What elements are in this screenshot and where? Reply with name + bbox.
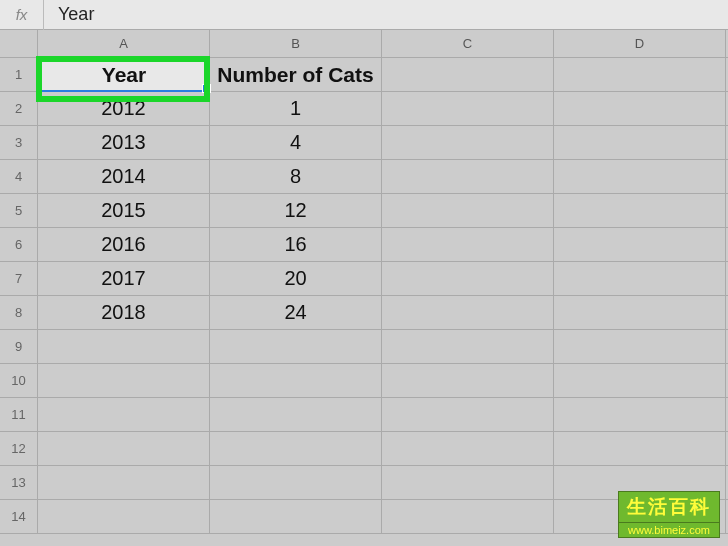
row-header-10[interactable]: 10 (0, 364, 38, 398)
cell-a13[interactable] (38, 466, 210, 500)
col-header-a[interactable]: A (38, 30, 210, 58)
cell-b5[interactable]: 12 (210, 194, 382, 228)
formula-input[interactable] (44, 4, 728, 25)
cell-b10[interactable] (210, 364, 382, 398)
cell-b12[interactable] (210, 432, 382, 466)
cell-a12[interactable] (38, 432, 210, 466)
col-header-d[interactable]: D (554, 30, 726, 58)
cell-a8[interactable]: 2018 (38, 296, 210, 330)
row-header-9[interactable]: 9 (0, 330, 38, 364)
cell-c11[interactable] (382, 398, 554, 432)
cell-a3[interactable]: 2013 (38, 126, 210, 160)
cell-b7[interactable]: 20 (210, 262, 382, 296)
cell-d11[interactable] (554, 398, 726, 432)
row-header-14[interactable]: 14 (0, 500, 38, 534)
select-all-corner[interactable] (0, 30, 38, 58)
cell-c4[interactable] (382, 160, 554, 194)
cell-c2[interactable] (382, 92, 554, 126)
cell-d3[interactable] (554, 126, 726, 160)
cell-a10[interactable] (38, 364, 210, 398)
cell-a11[interactable] (38, 398, 210, 432)
cell-b2[interactable]: 1 (210, 92, 382, 126)
cell-d6[interactable] (554, 228, 726, 262)
cell-a4[interactable]: 2014 (38, 160, 210, 194)
cell-a2[interactable]: 2012 (38, 92, 210, 126)
row-header-4[interactable]: 4 (0, 160, 38, 194)
row-header-3[interactable]: 3 (0, 126, 38, 160)
row-header-1[interactable]: 1 (0, 58, 38, 92)
cell-a9[interactable] (38, 330, 210, 364)
cell-c9[interactable] (382, 330, 554, 364)
cell-d10[interactable] (554, 364, 726, 398)
row-header-2[interactable]: 2 (0, 92, 38, 126)
col-header-c[interactable]: C (382, 30, 554, 58)
fx-icon[interactable]: fx (0, 0, 44, 30)
row-header-12[interactable]: 12 (0, 432, 38, 466)
watermark-url: www.bimeiz.com (618, 523, 720, 538)
row-header-8[interactable]: 8 (0, 296, 38, 330)
cell-d9[interactable] (554, 330, 726, 364)
watermark: 生活百科 www.bimeiz.com (618, 491, 720, 538)
cell-c6[interactable] (382, 228, 554, 262)
cell-c1[interactable] (382, 58, 554, 92)
cell-a7[interactable]: 2017 (38, 262, 210, 296)
row-header-6[interactable]: 6 (0, 228, 38, 262)
cell-a6[interactable]: 2016 (38, 228, 210, 262)
watermark-title: 生活百科 (618, 491, 720, 523)
cell-c12[interactable] (382, 432, 554, 466)
cell-b3[interactable]: 4 (210, 126, 382, 160)
cell-c5[interactable] (382, 194, 554, 228)
cell-d1[interactable] (554, 58, 726, 92)
cell-b4[interactable]: 8 (210, 160, 382, 194)
col-header-b[interactable]: B (210, 30, 382, 58)
cell-b11[interactable] (210, 398, 382, 432)
row-header-11[interactable]: 11 (0, 398, 38, 432)
cell-c10[interactable] (382, 364, 554, 398)
cell-b14[interactable] (210, 500, 382, 534)
cell-d7[interactable] (554, 262, 726, 296)
cell-d12[interactable] (554, 432, 726, 466)
spreadsheet-grid: A B C D E 1 Year Number of Cats 2 2012 1… (0, 30, 728, 534)
cell-b1[interactable]: Number of Cats (210, 58, 382, 92)
cell-b13[interactable] (210, 466, 382, 500)
row-header-7[interactable]: 7 (0, 262, 38, 296)
cell-a14[interactable] (38, 500, 210, 534)
cell-d8[interactable] (554, 296, 726, 330)
cell-b8[interactable]: 24 (210, 296, 382, 330)
cell-c3[interactable] (382, 126, 554, 160)
cell-a5[interactable]: 2015 (38, 194, 210, 228)
cell-c13[interactable] (382, 466, 554, 500)
cell-c7[interactable] (382, 262, 554, 296)
cell-c8[interactable] (382, 296, 554, 330)
cell-b6[interactable]: 16 (210, 228, 382, 262)
row-header-13[interactable]: 13 (0, 466, 38, 500)
cell-c14[interactable] (382, 500, 554, 534)
cell-d5[interactable] (554, 194, 726, 228)
formula-bar: fx (0, 0, 728, 30)
row-header-5[interactable]: 5 (0, 194, 38, 228)
cell-b9[interactable] (210, 330, 382, 364)
cell-a1[interactable]: Year (38, 58, 210, 92)
cell-d4[interactable] (554, 160, 726, 194)
cell-d2[interactable] (554, 92, 726, 126)
